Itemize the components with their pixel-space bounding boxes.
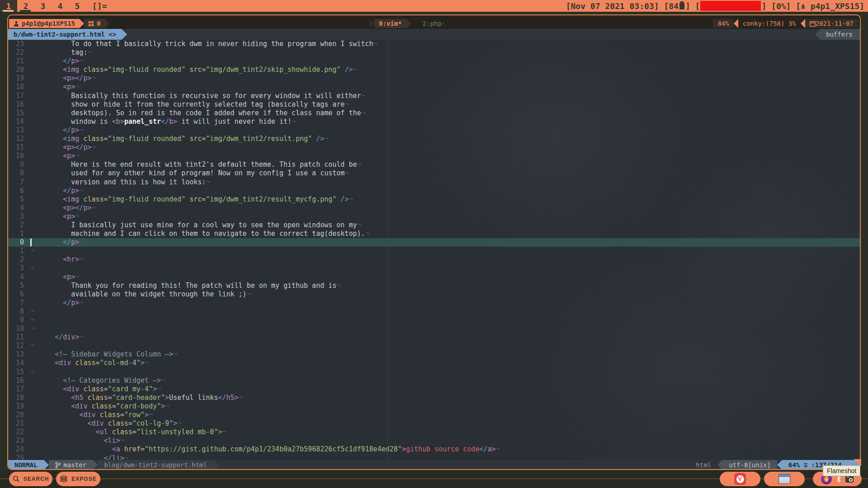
code-line[interactable]: 3 <p>¬ <box>8 212 860 221</box>
code-line[interactable]: 11 </div>¬ <box>8 333 860 342</box>
code-line[interactable]: 23 To do that I basically trick dwm in n… <box>8 40 860 48</box>
code-line[interactable]: 2 <hr>¬ <box>8 255 860 264</box>
line-number: 11 <box>8 333 24 342</box>
workspace-tag-3[interactable]: 3 <box>34 0 52 12</box>
taskbar-item-window[interactable] <box>764 472 805 486</box>
code-line[interactable]: 11 <p></p>¬ <box>8 143 860 152</box>
powerline-arrow <box>122 29 127 40</box>
tmux-status-bar: p4p1@p4p1XPS15 0 0:vim*2:php- 84% conky:… <box>8 19 860 28</box>
powerline-arrow <box>370 19 374 28</box>
code-line[interactable]: 13 </p>¬ <box>8 126 860 135</box>
code-line[interactable]: 5 Thank you for reading this! The patch … <box>8 282 860 290</box>
code-line[interactable]: 19 <p></p>¬ <box>8 74 860 83</box>
line-text: used for any other kind of program! Now … <box>30 169 349 178</box>
tmux-window-index[interactable]: 0 <box>84 19 105 28</box>
vim-mode: NORMAL <box>8 460 44 470</box>
code-line[interactable]: 16 show or hide it from the currently se… <box>8 100 860 109</box>
code-line[interactable]: 17 <div class="card my-4">¬ <box>8 385 860 394</box>
code-line[interactable]: 15 desktops). So in red is the code I ad… <box>8 109 860 117</box>
code-line[interactable]: 3¬ <box>8 264 860 272</box>
code-line[interactable]: 2 I basically just use mine for a cool w… <box>8 221 860 230</box>
tmux-session[interactable]: p4p1@p4p1XPS15 <box>9 19 80 28</box>
code-line[interactable]: 7 version and this is how it looks:¬ <box>8 178 860 187</box>
buffer-modified-indicator: <> <box>108 31 116 38</box>
workspace-tag-1[interactable]: 1 <box>0 0 17 12</box>
line-number: 15 <box>8 368 24 376</box>
code-line[interactable]: 22 <ul class="list-unstyled mb-0">¬ <box>8 428 860 436</box>
code-line[interactable]: 9 Here is the end result with tint2's de… <box>8 160 860 169</box>
line-text: <p></p>¬ <box>30 143 96 152</box>
line-text: <p>¬ <box>30 152 79 160</box>
code-line[interactable]: 4 <p>¬ <box>8 273 860 282</box>
line-number: 17 <box>8 385 24 394</box>
screenshot-tray-icon[interactable]: + <box>845 475 854 483</box>
code-line[interactable]: 22 tag:¬ <box>8 48 860 57</box>
line-text: </p>¬ <box>30 187 83 195</box>
filetype: html <box>690 460 718 470</box>
line-number: 14 <box>8 117 24 126</box>
line-number: 23 <box>8 40 24 48</box>
code-line[interactable]: 15¬ <box>8 368 860 376</box>
code-line[interactable]: 6 available on the widget through the li… <box>8 290 860 299</box>
code-line[interactable]: 1 machine and I can click on them to nav… <box>8 230 860 238</box>
line-number: 1 <box>8 247 24 255</box>
tmux-window-2:php-[interactable]: 2:php- <box>423 20 446 27</box>
vim-tabline: b/dwm-tint2-support.html <> buffers <box>8 29 860 40</box>
search-icon <box>13 475 20 483</box>
expose-button[interactable]: EXPOSE <box>56 472 100 486</box>
code-line[interactable]: 17 Basically this function is recursive … <box>8 92 860 100</box>
tint2-panel: SEARCH EXPOSE V <box>0 471 868 488</box>
line-text: </p>¬ <box>30 57 83 66</box>
code-line[interactable]: 9¬ <box>8 316 860 324</box>
line-number: 4 <box>8 273 24 282</box>
layers-icon <box>60 475 68 483</box>
code-line[interactable]: 25 </li>¬ <box>8 454 860 460</box>
dwm-layout-symbol[interactable]: []= <box>92 1 107 11</box>
code-line[interactable]: 21 </p>¬ <box>8 57 860 66</box>
workspace-tag-4[interactable]: 4 <box>52 0 69 12</box>
line-text: ¬ <box>30 324 34 333</box>
code-line[interactable]: 20 <div class="row">¬ <box>8 411 860 419</box>
dwm-status: [Nov 07 2021 03:03] [84 ] [ ] [0%] [∧ p4… <box>566 1 868 11</box>
line-text: <img class="img-fluid rounded" src="img/… <box>30 66 357 74</box>
line-number: 2 <box>8 255 24 264</box>
code-line[interactable]: 13 <!— Sidebar Widgets Column —>¬ <box>8 350 860 359</box>
code-line[interactable]: 4 <p></p>¬ <box>8 204 860 212</box>
taskbar-item-vivaldi[interactable]: V <box>720 472 760 486</box>
desktop: 12345 []= [Nov 07 2021 03:03] [84 ] [ ] … <box>0 0 868 488</box>
code-line[interactable]: 8 used for any other kind of program! No… <box>8 169 860 178</box>
code-line[interactable]: 24 <a href="https://gist.github.com/p4p1… <box>8 445 860 454</box>
code-line[interactable]: 8¬ <box>8 307 860 316</box>
line-number: 7 <box>8 299 24 307</box>
code-line[interactable]: 12 <img class="img-fluid rounded" src="i… <box>8 135 860 143</box>
code-line[interactable]: 21 <div class="col-lg-9">¬ <box>8 419 860 428</box>
code-line[interactable]: 1¬ <box>8 247 860 255</box>
code-line[interactable]: 20 <img class="img-fluid rounded" src="i… <box>8 66 860 74</box>
code-line[interactable]: 7 </p>¬ <box>8 299 860 307</box>
line-text: </li>¬ <box>30 454 128 460</box>
code-line[interactable]: 16 <!— Categories Widget —>¬ <box>8 376 860 385</box>
line-number: 18 <box>8 83 24 91</box>
code-line-current[interactable]: 0 </p>¬ <box>8 238 860 247</box>
code-line[interactable]: 19 <div class="card-body">¬ <box>8 402 860 411</box>
bluetooth-tray-icon[interactable] <box>836 476 841 483</box>
code-line[interactable]: 18 <p>¬ <box>8 83 860 91</box>
workspace-tag-2[interactable]: 2 <box>17 0 34 12</box>
vim-buffer[interactable]: 23 To do that I basically trick dwm in n… <box>8 40 860 460</box>
line-number: 12 <box>8 135 24 143</box>
workspace-tag-5[interactable]: 5 <box>69 0 86 12</box>
code-line[interactable]: 18 <h5 class="card-header">Useful links<… <box>8 394 860 402</box>
vivaldi-icon: V <box>734 473 746 485</box>
code-line[interactable]: 10¬ <box>8 324 860 333</box>
buffer-tab[interactable]: b/dwm-tint2-support.html <> <box>8 29 122 40</box>
code-line[interactable]: 5 <img class="img-fluid rounded" src="im… <box>8 195 860 204</box>
code-line[interactable]: 6 </p>¬ <box>8 187 860 195</box>
search-button[interactable]: SEARCH <box>9 472 52 486</box>
line-number: 20 <box>8 66 24 74</box>
code-line[interactable]: 14 window is <b>panel_str</b> it will ju… <box>8 117 860 126</box>
code-line[interactable]: 12¬ <box>8 342 860 350</box>
code-line[interactable]: 10 <p>¬ <box>8 152 860 160</box>
tmux-window-0:vim*[interactable]: 0:vim* <box>374 19 406 28</box>
code-line[interactable]: 14 <div class="col-md-4">¬ <box>8 359 860 367</box>
code-line[interactable]: 23 <li>¬ <box>8 436 860 445</box>
